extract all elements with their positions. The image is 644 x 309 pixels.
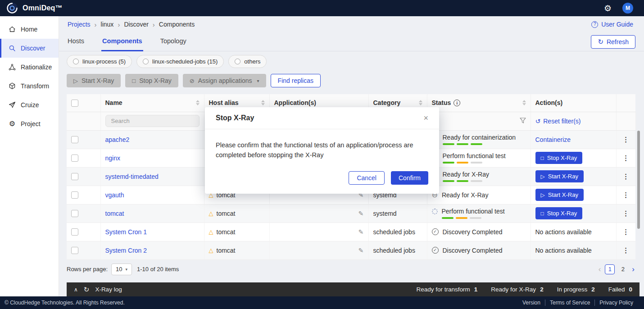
confirm-button[interactable]: Confirm [391,171,428,185]
breadcrumb-discover[interactable]: Discover [124,21,148,28]
next-page-button[interactable]: › [631,265,635,273]
component-name-link[interactable]: vgauth [105,191,124,199]
close-icon[interactable]: × [423,114,428,122]
row-checkbox[interactable] [71,173,78,180]
chip-linux-scheduled-jobs[interactable]: linux-scheduled-jobs (15) [136,55,224,68]
sidebar-item-transform[interactable]: Transform [0,77,59,95]
radio-icon[interactable] [235,59,240,64]
row-checkbox[interactable] [71,154,78,162]
play-icon: ▷ [73,78,78,84]
sidebar-item-rationalize[interactable]: Rationalize [0,58,59,77]
xray-log-refresh-icon[interactable]: ↻ [84,286,90,294]
progress-segment [457,162,468,164]
row-checkbox[interactable] [71,191,78,199]
component-name-link[interactable]: System Cron 2 [105,247,147,254]
component-name-link[interactable]: tomcat [105,210,124,217]
sidebar-item-discover[interactable]: Discover [0,39,59,58]
stat-value: 2 [540,286,544,293]
no-actions-text: No actions available [535,228,592,236]
footer-link-terms[interactable]: Terms of Service [545,300,594,306]
stat-label: Ready for X-Ray [491,286,536,293]
settings-gear-icon[interactable]: ⚙ [604,4,612,13]
stop-xray-button[interactable]: □ Stop X-Ray [125,74,178,87]
rows-per-page-select[interactable]: 10 ▾ [111,264,132,275]
sidebar-item-cruize[interactable]: Cruize [0,95,59,114]
kebab-menu-icon[interactable]: ⋮ [622,136,629,143]
find-replicas-button[interactable]: Find replicas [271,74,321,87]
refresh-button[interactable]: ↻ Refresh [591,35,635,49]
stat-ready-for-xray: Ready for X-Ray 2 [491,286,543,293]
status-text: Ready for containerization [443,134,516,141]
edit-applications-icon[interactable]: ✎ [358,210,364,217]
filter-cell-empty [67,112,100,130]
kebab-menu-icon[interactable]: ⋮ [622,209,629,217]
name-search-input[interactable] [105,115,200,127]
row-checkbox[interactable] [71,228,78,236]
breadcrumb-linux[interactable]: linux [101,21,114,28]
sidebar-item-label: Transform [21,82,49,90]
footer-link-version[interactable]: Version [518,300,545,306]
status-text: Discovery Completed [443,228,503,236]
row-checkbox[interactable] [71,136,78,143]
start-xray-button[interactable]: ▷ Start X-Ray [67,74,121,87]
reset-filters-link[interactable]: ↺ Reset filter(s) [535,118,581,125]
table-row-tomcat: tomcat △ tomcat ✎ systemd [67,204,635,223]
row-checkbox[interactable] [71,210,78,217]
filter-funnel-icon[interactable] [520,118,526,123]
sort-icon[interactable] [196,100,200,105]
stop-xray-row-button[interactable]: □ Stop X-Ray [535,152,583,164]
edit-applications-icon[interactable]: ✎ [358,228,364,236]
radio-icon[interactable] [143,59,149,64]
status-progress [443,180,526,182]
sidebar-item-project[interactable]: ⚙ Project [0,114,59,133]
check-circle-icon: ✓ [432,247,439,254]
radio-icon[interactable] [73,59,79,64]
sidebar-item-label: Project [21,120,41,127]
component-name-link[interactable]: apache2 [105,136,130,143]
sort-icon[interactable] [522,100,526,105]
status-cell: Perform functional test [427,204,531,223]
tab-hosts[interactable]: Hosts [67,32,85,51]
tab-components[interactable]: Components [101,32,143,51]
kebab-menu-icon[interactable]: ⋮ [622,191,629,199]
kebab-menu-icon[interactable]: ⋮ [622,246,629,254]
select-all-column [67,94,100,112]
kebab-menu-icon[interactable]: ⋮ [622,154,629,162]
host-alias-cell: △ tomcat [204,204,269,223]
assign-applications-button[interactable]: ⊘ Assign applications ▾ [183,74,266,87]
page-2-button[interactable]: 2 [618,264,628,274]
sort-icon[interactable] [419,100,422,105]
column-host-alias-label: Host alias [209,99,239,106]
footer-link-privacy[interactable]: Privacy Policy [594,300,638,306]
cruize-plane-icon [8,101,16,109]
chip-others[interactable]: others [228,55,267,68]
tab-topology[interactable]: Topology [159,32,187,51]
containerize-link[interactable]: Containerize [535,136,571,143]
stop-xray-row-button[interactable]: □ Stop X-Ray [535,207,583,219]
page-1-button[interactable]: 1 [605,264,615,274]
info-icon[interactable]: i [454,100,460,106]
user-avatar[interactable]: M [622,3,633,14]
sidebar-item-home[interactable]: Home [0,20,59,39]
component-name-link[interactable]: nginx [105,154,120,162]
chip-linux-process[interactable]: linux-process (5) [67,55,132,68]
breadcrumb-projects[interactable]: Projects [68,21,91,28]
row-checkbox[interactable] [71,247,78,254]
prev-page-button[interactable]: ‹ [598,265,602,273]
chevron-down-icon: ▾ [257,78,259,83]
start-xray-row-button[interactable]: ▷ Start X-Ray [535,189,584,201]
edit-applications-icon[interactable]: ✎ [358,247,364,254]
collapse-chevron-up-icon[interactable]: ∧ [74,286,78,293]
kebab-menu-icon[interactable]: ⋮ [622,173,629,180]
xray-log-bar: ∧ ↻ X-Ray log Ready for transform 1 Read… [67,282,639,296]
select-all-checkbox[interactable] [71,100,78,107]
kebab-menu-icon[interactable]: ⋮ [622,228,629,236]
cancel-button[interactable]: Cancel [349,171,385,185]
user-guide-link[interactable]: ? User Guide [591,21,633,28]
rows-per-page-value: 10 [116,266,122,273]
scrollbar-thumb[interactable] [637,131,640,229]
component-name-link[interactable]: systemd-timedated [105,173,159,180]
start-xray-row-button[interactable]: ▷ Start X-Ray [535,170,584,182]
sort-icon[interactable] [261,100,265,105]
component-name-link[interactable]: System Cron 1 [105,228,147,236]
